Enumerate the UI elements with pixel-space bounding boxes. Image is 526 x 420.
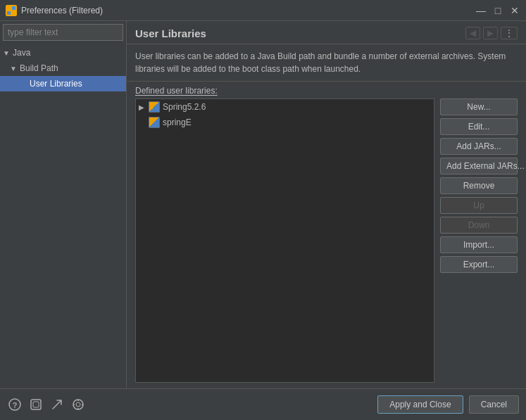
bottom-left-icons: ?: [7, 397, 86, 412]
import-button-bottom[interactable]: [70, 397, 86, 412]
cancel-button[interactable]: Cancel: [469, 395, 519, 414]
export-button[interactable]: Export...: [440, 256, 518, 273]
edit-button[interactable]: Edit...: [440, 118, 518, 135]
minimize-button[interactable]: —: [475, 5, 487, 16]
maximize-button[interactable]: □: [492, 5, 503, 16]
export-button-bottom[interactable]: [49, 397, 65, 412]
tree-arrow-java: ▼: [3, 49, 13, 57]
svg-rect-6: [31, 400, 41, 409]
bottom-right-buttons: Apply and Close Cancel: [377, 395, 519, 414]
help-button[interactable]: ?: [7, 397, 23, 412]
add-external-jars-button[interactable]: Add External JARs...: [440, 158, 518, 174]
panel-nav: ◀ ▶ ⋮: [465, 27, 518, 39]
sidebar-label-java: Java: [13, 48, 30, 58]
nav-back-button[interactable]: ◀: [465, 27, 480, 39]
window-title: Preferences (Filtered): [21, 6, 475, 15]
panel-title: User Libraries: [135, 27, 206, 39]
svg-rect-7: [33, 402, 39, 407]
lib-label-springe: springE: [163, 117, 192, 127]
tree-arrow-build-path: ▼: [10, 65, 20, 72]
bottom-bar: ?: [0, 388, 526, 420]
main-container: ▼ Java ▼ Build Path User Libraries User …: [0, 21, 526, 420]
svg-rect-0: [7, 6, 11, 11]
svg-point-9: [76, 402, 80, 407]
import-button[interactable]: Import...: [440, 236, 518, 253]
lib-label-spring526: Spring5.2.6: [163, 102, 206, 112]
remove-button[interactable]: Remove: [440, 177, 518, 194]
sidebar-item-build-path[interactable]: ▼ Build Path: [0, 61, 126, 76]
sidebar-label-user-libraries: User Libraries: [30, 79, 82, 89]
restore-defaults-button[interactable]: [28, 397, 44, 412]
svg-text:?: ?: [13, 401, 18, 409]
svg-rect-1: [12, 6, 15, 10]
close-button[interactable]: ✕: [509, 5, 520, 16]
svg-rect-2: [7, 11, 11, 15]
nav-menu-button[interactable]: ⋮: [501, 27, 518, 39]
lib-icon-springe: [149, 117, 160, 128]
panel-header: User Libraries ◀ ▶ ⋮: [127, 21, 526, 44]
content-area: ▼ Java ▼ Build Path User Libraries User …: [0, 21, 526, 388]
right-panel: User Libraries ◀ ▶ ⋮ User libraries can …: [127, 21, 526, 388]
title-bar: Preferences (Filtered) — □ ✕: [0, 0, 526, 21]
sidebar-label-build-path: Build Path: [20, 63, 58, 73]
library-list: ▶ Spring5.2.6 springE: [135, 98, 434, 383]
action-buttons-panel: New... Edit... Add JARs... Add External …: [440, 98, 518, 383]
tree-area: ▼ Java ▼ Build Path User Libraries: [0, 44, 126, 388]
sidebar: ▼ Java ▼ Build Path User Libraries: [0, 21, 127, 388]
sidebar-item-java[interactable]: ▼ Java: [0, 45, 126, 61]
nav-forward-button[interactable]: ▶: [483, 27, 498, 39]
defined-label: Defined user libraries:: [127, 82, 526, 98]
libraries-area: ▶ Spring5.2.6 springE New... Edit...: [127, 98, 526, 388]
down-button[interactable]: Down: [440, 217, 518, 234]
svg-point-8: [73, 400, 83, 409]
library-item-springe[interactable]: springE: [136, 115, 434, 130]
sidebar-item-user-libraries[interactable]: User Libraries: [0, 76, 126, 91]
panel-description: User libraries can be added to a Java Bu…: [127, 44, 526, 82]
new-button[interactable]: New...: [440, 98, 518, 115]
library-item-spring526[interactable]: ▶ Spring5.2.6: [136, 99, 434, 115]
app-icon: [6, 5, 17, 16]
filter-input[interactable]: [3, 24, 123, 41]
lib-icon-spring526: [149, 101, 160, 113]
add-jars-button[interactable]: Add JARs...: [440, 138, 518, 155]
lib-arrow-spring526: ▶: [139, 103, 149, 111]
up-button[interactable]: Up: [440, 197, 518, 214]
apply-close-button[interactable]: Apply and Close: [377, 395, 463, 414]
svg-rect-3: [12, 11, 15, 15]
window-controls: — □ ✕: [475, 5, 520, 16]
